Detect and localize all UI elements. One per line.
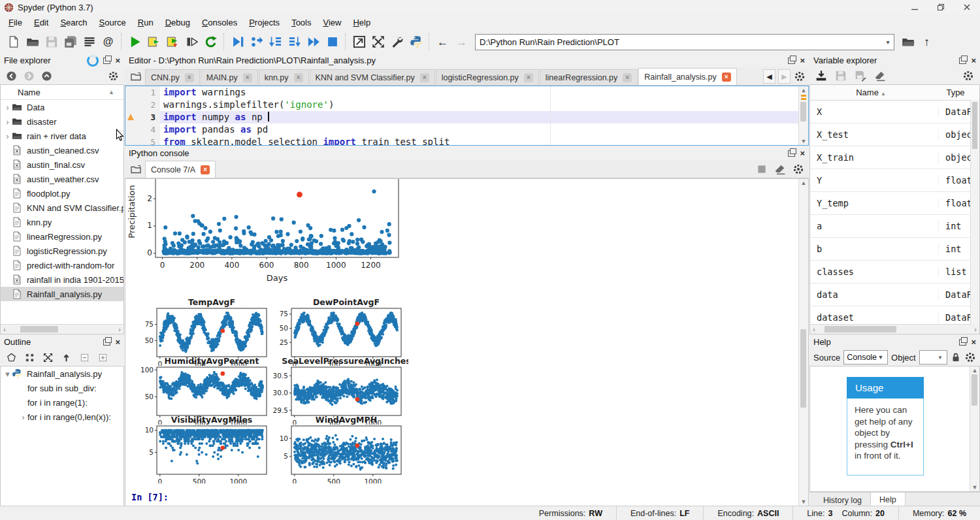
tab-help[interactable]: Help	[870, 492, 906, 506]
close-tab-icon[interactable]: ×	[623, 73, 632, 82]
close-button[interactable]	[954, 0, 980, 14]
options-gear-icon[interactable]	[106, 69, 120, 82]
parent-directory-button[interactable]: ↑	[917, 33, 936, 51]
menu-search[interactable]: Search	[54, 16, 93, 29]
scroll-up-icon[interactable]: ▲	[799, 180, 808, 186]
python-path-button[interactable]	[406, 33, 425, 51]
variable-row[interactable]: XDataFrame	[810, 101, 979, 123]
folder-item[interactable]: ›rain + river data	[1, 129, 123, 143]
scroll-tabs-right-button[interactable]: ▶	[778, 69, 791, 84]
options-gear-icon[interactable]	[793, 70, 806, 83]
step-into-button[interactable]	[266, 33, 285, 51]
new-file-button[interactable]	[4, 33, 23, 51]
close-tab-icon[interactable]: ×	[524, 73, 533, 82]
file-item[interactable]: KNN and SVM Classifier.py	[1, 201, 123, 215]
code-editor[interactable]: 1import warnings2warnings.simplefilter('…	[125, 86, 809, 146]
name-column-header[interactable]: Name ▲	[1, 85, 123, 100]
parent-directory-button[interactable]	[40, 69, 53, 82]
menu-run[interactable]: Run	[132, 16, 159, 29]
outline-item[interactable]: ›for i in range(0,len(x)):	[1, 410, 123, 424]
preferences-button[interactable]	[387, 33, 406, 51]
object-combobox[interactable]: ▾	[919, 350, 947, 365]
file-item[interactable]: xaustin_weather.csv	[1, 172, 123, 186]
menu-view[interactable]: View	[317, 16, 347, 29]
hscroll-track[interactable]	[8, 325, 116, 334]
variable-row[interactable]: Y_tempfloat64	[810, 192, 979, 215]
undock-icon[interactable]	[788, 57, 795, 64]
step-button[interactable]	[247, 33, 266, 51]
fullpath-button[interactable]	[41, 351, 54, 364]
close-tab-icon[interactable]: ×	[294, 73, 303, 82]
close-tab-icon[interactable]: ×	[243, 73, 252, 82]
fullscreen-button[interactable]	[368, 33, 387, 51]
variable-row[interactable]: X_trainobject	[810, 146, 979, 169]
menu-edit[interactable]: Edit	[28, 16, 54, 29]
outline-item[interactable]: ▾Rainfall_analysis.py	[1, 366, 123, 381]
file-item[interactable]: logisticRegression.py	[1, 244, 123, 258]
close-tab-icon[interactable]: ×	[420, 73, 429, 82]
run-cell-button[interactable]	[144, 33, 163, 51]
save-data-as-button[interactable]	[854, 69, 867, 82]
close-panel-icon[interactable]: ×	[800, 149, 805, 157]
outline-item[interactable]: for sub in sub_div:	[1, 381, 123, 395]
tab-history-log[interactable]: History log	[815, 494, 870, 506]
menu-projects[interactable]: Projects	[243, 16, 286, 29]
vscroll-thumb[interactable]	[972, 102, 977, 149]
file-item[interactable]: knn.py	[1, 215, 123, 229]
close-panel-icon[interactable]: ×	[115, 56, 120, 65]
expand-chevron-icon[interactable]: ›	[3, 103, 12, 112]
editor-tab[interactable]: KNN and SVM Classifier.py×	[310, 69, 435, 85]
variable-row[interactable]: datasetDataFrame	[810, 306, 979, 324]
stop-debug-button[interactable]	[323, 33, 342, 51]
scroll-up-icon[interactable]: ▲	[970, 367, 979, 374]
run-selection-button[interactable]	[182, 33, 201, 51]
step-return-button[interactable]	[285, 33, 304, 51]
expand-chevron-icon[interactable]: ›	[19, 412, 27, 422]
close-tab-icon[interactable]: ×	[185, 73, 194, 82]
type-column-header[interactable]: Type	[932, 88, 979, 97]
vscroll-thumb[interactable]	[800, 102, 806, 122]
close-panel-icon[interactable]: ×	[115, 338, 120, 346]
open-file-button[interactable]	[23, 33, 42, 51]
variable-row[interactable]: dataDataFrame	[810, 284, 979, 306]
expand-chevron-icon[interactable]: ›	[3, 117, 12, 127]
go-to-parent-button[interactable]	[59, 351, 73, 364]
file-item[interactable]: floodplot.py	[1, 186, 123, 201]
outline-item[interactable]: for i in range(1):	[1, 395, 123, 410]
editor-tab[interactable]: linearRegression.py×	[540, 69, 638, 85]
continue-button[interactable]	[304, 33, 323, 51]
close-panel-icon[interactable]: ×	[800, 56, 805, 65]
scroll-down-icon[interactable]: ▼	[799, 138, 808, 144]
variable-row[interactable]: X_testobject	[810, 123, 979, 146]
expand-all-button[interactable]	[96, 351, 109, 364]
maximize-pane-button[interactable]	[350, 33, 368, 51]
editor-tab[interactable]: logisticRegression.py×	[436, 69, 539, 85]
expand-chevron-icon[interactable]: ›	[3, 131, 12, 141]
file-item[interactable]: linearRegression.py	[1, 229, 123, 244]
editor-tab[interactable]: CNN.py×	[145, 69, 200, 85]
collapse-chevron-icon[interactable]: ▾	[3, 369, 12, 379]
scroll-down-icon[interactable]: ▼	[970, 484, 979, 491]
scroll-left-icon[interactable]: ‹	[1, 326, 8, 333]
file-item[interactable]: Rainfall_analysis.py	[1, 287, 123, 301]
back-button[interactable]: ←	[433, 33, 452, 51]
options-gear-icon[interactable]	[962, 69, 975, 82]
run-cell-advance-button[interactable]	[163, 33, 182, 51]
goto-cursor-button[interactable]	[5, 351, 18, 364]
menu-source[interactable]: Source	[93, 16, 132, 29]
file-item[interactable]: xrainfall in india 1901-2015	[1, 272, 123, 287]
browse-tabs-button[interactable]	[127, 69, 145, 84]
file-explorer-hscrollbar[interactable]: ‹ ›	[1, 324, 123, 334]
variable-row[interactable]: bint	[810, 238, 979, 261]
menu-tools[interactable]: Tools	[286, 16, 317, 29]
close-panel-icon[interactable]: ×	[971, 338, 976, 346]
console-prompt[interactable]: In [7]:	[131, 492, 169, 502]
close-panel-icon[interactable]: ×	[971, 56, 976, 65]
show-all-files-button[interactable]	[23, 351, 36, 364]
editor-tab[interactable]: knn.py×	[259, 69, 309, 85]
run-button[interactable]	[125, 33, 144, 51]
reset-namespace-icon[interactable]	[874, 69, 887, 82]
editor-tab[interactable]: MAIN.py×	[201, 69, 258, 85]
file-switcher-button[interactable]	[80, 33, 99, 51]
file-item[interactable]: xaustin_cleaned.csv	[1, 143, 123, 157]
